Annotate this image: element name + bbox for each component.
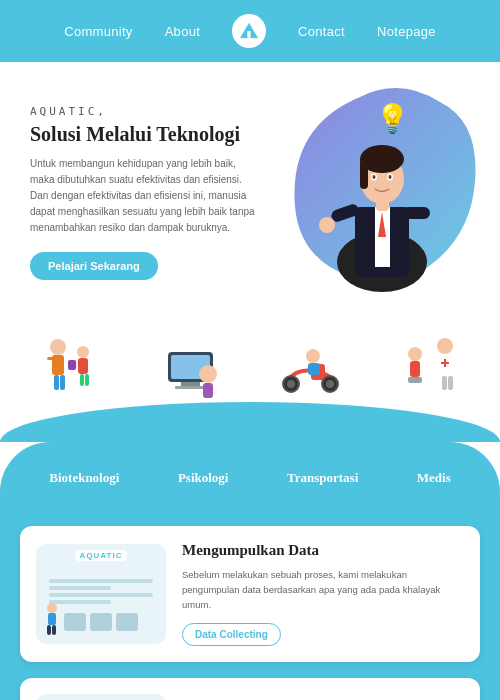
nav-logo[interactable] xyxy=(232,14,266,48)
svg-rect-29 xyxy=(181,382,200,386)
feature-title-1: Mengumpulkan Data xyxy=(182,542,464,559)
svg-rect-48 xyxy=(408,377,422,383)
svg-rect-1 xyxy=(247,31,250,38)
transportasi-icon xyxy=(270,332,350,402)
hero-title: Solusi Melalui Teknologi xyxy=(30,122,260,146)
transportasi-label-area: Transportasi xyxy=(287,462,358,486)
svg-point-37 xyxy=(287,380,295,388)
feature-card-image-1: AQUATIC xyxy=(36,544,166,644)
svg-point-38 xyxy=(326,380,334,388)
psikologi-label-area: Psikologi xyxy=(178,462,229,486)
categories-wrapper: Bioteknologi Psikologi Transportasi Medi… xyxy=(0,312,500,516)
svg-point-39 xyxy=(306,349,320,363)
svg-point-17 xyxy=(50,339,66,355)
categories-labels-bar: Bioteknologi Psikologi Transportasi Medi… xyxy=(0,442,500,516)
bioteknologi-icon xyxy=(30,332,110,402)
svg-point-51 xyxy=(47,603,57,613)
svg-point-15 xyxy=(319,217,335,233)
nav-notepage[interactable]: Notepage xyxy=(377,24,436,39)
navbar: Community About Contact Notepage xyxy=(0,0,500,62)
svg-rect-53 xyxy=(47,625,51,635)
feature-card-mengumpulkan: AQUATIC xyxy=(20,526,480,662)
hero-section: AQUATIC, Solusi Melalui Teknologi Untuk … xyxy=(0,62,500,312)
feature-card-image-2: AQUATIC xyxy=(36,694,166,700)
feature-desc-1: Sebelum melakukan sebuah proses, kami me… xyxy=(182,567,464,613)
categories-icons-row xyxy=(0,312,500,402)
bioteknologi-label: Bioteknologi xyxy=(49,470,119,486)
svg-point-13 xyxy=(389,175,392,179)
svg-rect-43 xyxy=(437,356,443,359)
medis-icon xyxy=(390,332,470,402)
medis-label-area: Medis xyxy=(417,462,451,486)
medis-label: Medis xyxy=(417,470,451,486)
bioteknologi-label-area: Bioteknologi xyxy=(49,462,119,486)
svg-rect-19 xyxy=(47,357,55,360)
hero-text-block: AQUATIC, Solusi Melalui Teknologi Untuk … xyxy=(30,105,260,280)
svg-rect-24 xyxy=(80,374,84,386)
svg-point-31 xyxy=(199,365,217,383)
svg-rect-54 xyxy=(52,625,56,635)
svg-point-41 xyxy=(437,338,453,354)
mock-line xyxy=(49,579,153,583)
feature-btn-1[interactable]: Data Collecting xyxy=(182,623,281,646)
svg-rect-20 xyxy=(54,375,59,390)
svg-rect-16 xyxy=(402,207,430,219)
mock-line xyxy=(49,593,153,597)
svg-point-46 xyxy=(408,347,422,361)
psikologi-label: Psikologi xyxy=(178,470,229,486)
features-section: AQUATIC xyxy=(0,516,500,700)
svg-rect-21 xyxy=(60,375,65,390)
svg-rect-30 xyxy=(175,386,206,389)
hero-cta-button[interactable]: Pelajari Sekarang xyxy=(30,252,158,280)
psikologi-icon xyxy=(150,332,230,402)
mock-thumb xyxy=(90,613,112,631)
svg-point-12 xyxy=(373,175,376,179)
category-transportasi xyxy=(270,332,350,402)
hero-image-area: 💡 xyxy=(270,92,470,292)
svg-rect-52 xyxy=(48,613,56,625)
svg-rect-32 xyxy=(203,383,213,398)
mock-line xyxy=(49,586,111,590)
nav-about[interactable]: About xyxy=(165,24,200,39)
logo-icon xyxy=(239,21,259,41)
hero-subtitle: AQUATIC, xyxy=(30,105,260,118)
svg-rect-50 xyxy=(441,362,449,364)
feature-card-img-inner-2: AQUATIC xyxy=(36,694,166,700)
nav-community[interactable]: Community xyxy=(64,24,132,39)
aquatic-label-1: AQUATIC xyxy=(76,550,127,561)
svg-rect-26 xyxy=(68,360,76,370)
category-bioteknologi xyxy=(30,332,110,402)
svg-rect-40 xyxy=(308,363,320,375)
category-medis xyxy=(390,332,470,402)
category-psikologi xyxy=(150,332,230,402)
svg-point-22 xyxy=(77,346,89,358)
svg-rect-25 xyxy=(85,374,89,386)
feature-person-icon-1 xyxy=(42,600,72,640)
nav-contact[interactable]: Contact xyxy=(298,24,345,39)
wave-transition xyxy=(0,402,500,442)
svg-rect-45 xyxy=(448,376,453,390)
feature-card-img-inner-1: AQUATIC xyxy=(36,544,166,644)
feature-card-memproses: AQUATIC xyxy=(20,678,480,700)
feature-content-1: Mengumpulkan Data Sebelum melakukan sebu… xyxy=(182,542,464,646)
svg-rect-47 xyxy=(410,361,420,377)
transportasi-label: Transportasi xyxy=(287,470,358,486)
svg-rect-23 xyxy=(78,358,88,374)
hero-description: Untuk membangun kehidupan yang lebih bai… xyxy=(30,156,260,236)
svg-rect-9 xyxy=(360,159,368,189)
svg-rect-44 xyxy=(442,376,447,390)
mock-thumb xyxy=(116,613,138,631)
bulb-icon: 💡 xyxy=(375,102,410,135)
mock-thumbs-1 xyxy=(64,613,138,631)
